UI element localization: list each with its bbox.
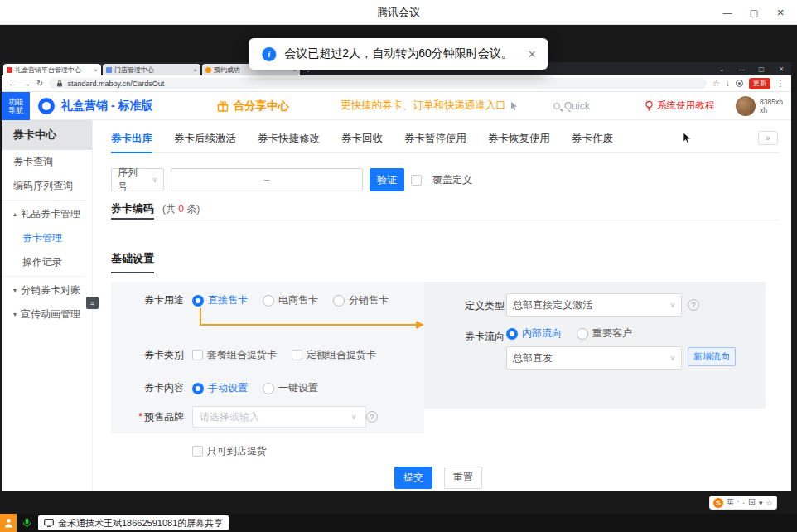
option-label: 定额组合提货卡 bbox=[307, 348, 376, 362]
sidebar-group-promo-animation[interactable]: ▾ 宣传动画管理 bbox=[2, 302, 92, 326]
panel-collapse-button[interactable]: » bbox=[758, 131, 778, 145]
address-bar[interactable]: standard.maboy.cn/CardsOut bbox=[49, 78, 707, 89]
store-only-row[interactable]: 只可到店提货 bbox=[192, 444, 267, 458]
content-tab[interactable]: 券卡恢复使用 bbox=[488, 125, 550, 152]
tab-basic-settings[interactable]: 基础设置 bbox=[111, 251, 154, 273]
tab-close-icon[interactable]: × bbox=[94, 66, 98, 74]
content-tab[interactable]: 券卡出库 bbox=[111, 125, 152, 152]
section-divider bbox=[111, 220, 780, 220]
user-profile[interactable]: 8385xh xh bbox=[736, 96, 783, 116]
close-button[interactable]: ✕ bbox=[767, 0, 794, 25]
sidebar-collapse-handle[interactable]: ≡ bbox=[86, 297, 99, 309]
browser-toolbar: ← → ↻ standard.maboy.cn/CardsOut ☆ ↓ 更新 … bbox=[2, 75, 791, 92]
sidebar-item-label: 宣传动画管理 bbox=[21, 307, 80, 322]
chevron-down-icon: ∨ bbox=[669, 354, 675, 362]
define-type-label: 定义类型 bbox=[461, 299, 505, 313]
shared-screen: i 会议已超过2人，自动转为60分钟限时会议。 ✕ 礼盒营销平台管理中心 × 门… bbox=[0, 25, 797, 514]
quick-entry-link[interactable]: 更快捷的券卡、订单和快递通道入口 bbox=[341, 99, 519, 113]
checkbox-option[interactable]: 套餐组合提货卡 bbox=[192, 348, 277, 362]
option-label: 重要客户 bbox=[592, 326, 632, 341]
forward-icon[interactable]: → bbox=[22, 79, 31, 88]
browser-window: 礼盒营销平台管理中心 × 门店管理中心 × 预约成功 × + ⌄ — ▢ ✕ bbox=[2, 62, 791, 491]
browser-tab[interactable]: 门店管理中心 × bbox=[103, 64, 200, 75]
define-type-select[interactable]: 总部直接定义激活 ∨ bbox=[506, 293, 682, 317]
add-flow-button[interactable]: 新增流向 bbox=[688, 347, 736, 366]
ime-punct-toggle[interactable]: ’ bbox=[737, 499, 739, 507]
mic-indicator[interactable] bbox=[22, 518, 31, 529]
url-text: standard.maboy.cn/CardsOut bbox=[67, 80, 164, 88]
browser-maximize-button[interactable]: ▢ bbox=[751, 65, 771, 73]
radio-option[interactable]: 分销售卡 bbox=[333, 293, 389, 307]
sidebar-item-card-mgmt[interactable]: 券卡管理 bbox=[2, 226, 92, 250]
content-tab[interactable]: 券卡暂停使用 bbox=[404, 125, 466, 152]
submit-button[interactable]: 提交 bbox=[394, 467, 432, 489]
brand-input[interactable] bbox=[192, 406, 366, 428]
form-panel-right: 定义类型 总部直接定义激活 ∨ ? 券卡流向 内部流向 重要客户 总部直发 bbox=[424, 282, 766, 409]
tab-favicon bbox=[106, 67, 112, 73]
quick-search[interactable]: Quick bbox=[553, 100, 590, 112]
sidebar-group-gift-card-mgmt[interactable]: ▴ 礼品券卡管理 bbox=[2, 202, 92, 226]
content-tab[interactable]: 券卡快捷修改 bbox=[258, 125, 320, 152]
radio-option[interactable]: 直接售卡 bbox=[192, 293, 248, 307]
star-icon[interactable]: ☆ bbox=[712, 79, 720, 88]
radio-option[interactable]: 一键设置 bbox=[263, 381, 318, 395]
browser-tab[interactable]: 礼盒营销平台管理中心 × bbox=[3, 64, 101, 75]
content-tab[interactable]: 券卡后续激活 bbox=[174, 125, 236, 152]
browser-close-button[interactable]: ✕ bbox=[771, 65, 791, 73]
sidebar-item-code-sequence-query[interactable]: 编码序列查询 bbox=[2, 174, 92, 198]
maximize-button[interactable]: ▢ bbox=[741, 0, 767, 25]
download-icon[interactable]: ↓ bbox=[726, 79, 730, 88]
ime-caret-icon[interactable]: ▾ bbox=[759, 499, 763, 507]
tutorial-link[interactable]: 系统使用教程 bbox=[645, 99, 714, 112]
back-icon[interactable]: ← bbox=[8, 79, 17, 88]
checkbox-option[interactable]: 定额组合提货卡 bbox=[292, 348, 376, 362]
radio-option[interactable]: 手动设置 bbox=[192, 381, 248, 395]
flow-label: 券卡流向 bbox=[461, 330, 505, 344]
option-label: 手动设置 bbox=[208, 381, 248, 395]
share-center-link[interactable]: 合分享中心 bbox=[217, 99, 289, 114]
quick-search-label: Quick bbox=[564, 100, 590, 112]
content-options: 手动设置 一键设置 bbox=[192, 381, 318, 395]
refresh-icon[interactable]: ↻ bbox=[36, 79, 43, 88]
function-nav-button[interactable]: 功能 导航 bbox=[2, 92, 30, 120]
profile-icon[interactable] bbox=[736, 80, 743, 87]
serial-range-input[interactable]: – bbox=[171, 168, 363, 191]
radio-option[interactable]: 电商售卡 bbox=[263, 293, 318, 307]
ime-board-icon[interactable]: 回 bbox=[748, 497, 756, 508]
mouse-cursor-icon bbox=[683, 133, 693, 144]
user-name-line2: xh bbox=[760, 106, 783, 114]
sidebar-item-card-query[interactable]: 券卡查询 bbox=[2, 150, 92, 174]
sogou-logo-icon[interactable]: S bbox=[713, 498, 723, 508]
serial-type-select[interactable]: 序列号 ∨ bbox=[111, 168, 164, 191]
browser-minimize-button[interactable]: — bbox=[732, 65, 751, 73]
count-suffix: 条) bbox=[184, 203, 200, 215]
ime-skin-icon[interactable]: ☆ bbox=[766, 499, 773, 507]
store-only-checkbox[interactable] bbox=[192, 446, 203, 457]
more-icon[interactable]: ⋮ bbox=[776, 79, 785, 88]
tab-search-icon[interactable]: ⌄ bbox=[712, 65, 732, 73]
radio-option[interactable]: 重要客户 bbox=[577, 326, 632, 341]
toast-close-icon[interactable]: ✕ bbox=[528, 48, 537, 60]
browser-update-button[interactable]: 更新 bbox=[749, 78, 770, 89]
sidebar-item-operation-log[interactable]: 操作记录 bbox=[2, 250, 92, 274]
verify-button[interactable]: 验证 bbox=[370, 168, 404, 191]
ime-lang-toggle[interactable]: 英 bbox=[727, 497, 734, 508]
option-label: 电商售卡 bbox=[278, 293, 318, 307]
reset-button[interactable]: 重置 bbox=[444, 467, 482, 489]
tab-close-icon[interactable]: × bbox=[193, 66, 197, 74]
card-code-title: 券卡编码 bbox=[111, 201, 154, 220]
ime-dot-icon[interactable]: · bbox=[742, 499, 745, 507]
override-checkbox[interactable] bbox=[411, 175, 422, 186]
content-tab[interactable]: 券卡回收 bbox=[341, 125, 383, 152]
help-icon[interactable]: ? bbox=[688, 299, 699, 311]
help-icon[interactable]: ? bbox=[366, 411, 378, 423]
minimize-button[interactable]: — bbox=[714, 0, 741, 25]
main-content: 券卡出库 券卡后续激活 券卡快捷修改 券卡回收 券卡暂停使用 券卡恢复使用 券卡… bbox=[93, 120, 791, 491]
content-tab[interactable]: 券卡作废 bbox=[572, 125, 613, 152]
flow-select[interactable]: 总部直发 ∨ bbox=[506, 346, 682, 370]
caret-down-icon: ▾ bbox=[13, 287, 17, 294]
radio-icon bbox=[192, 383, 204, 394]
radio-option[interactable]: 内部流向 bbox=[506, 326, 562, 341]
sidebar-group-distribution-reconcile[interactable]: ▾ 分销券卡对账 bbox=[2, 278, 92, 302]
count-prefix: (共 bbox=[162, 203, 178, 215]
